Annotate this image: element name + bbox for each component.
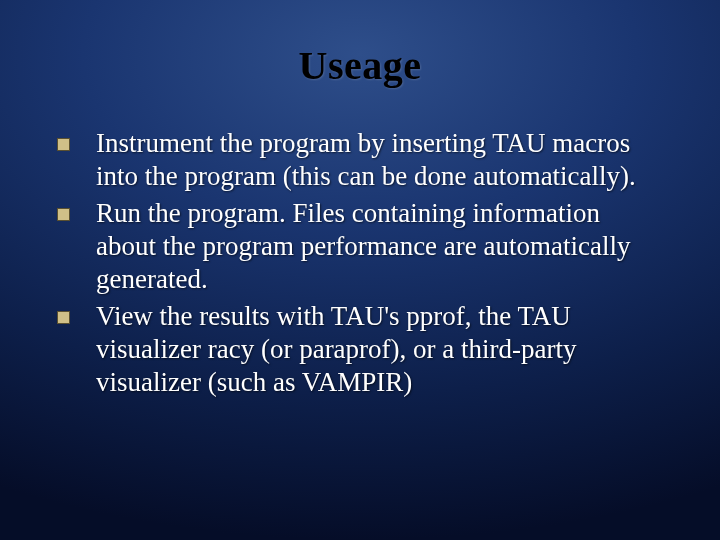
list-item: Instrument the program by inserting TAU … [55, 127, 665, 193]
list-item: Run the program. Files containing inform… [55, 197, 665, 296]
square-bullet-icon [57, 138, 70, 151]
bullet-text: Run the program. Files containing inform… [96, 197, 665, 296]
bullet-text: Instrument the program by inserting TAU … [96, 127, 665, 193]
list-item: View the results with TAU's pprof, the T… [55, 300, 665, 399]
slide: Useage Instrument the program by inserti… [0, 0, 720, 540]
bullet-text: View the results with TAU's pprof, the T… [96, 300, 665, 399]
square-bullet-icon [57, 311, 70, 324]
square-bullet-icon [57, 208, 70, 221]
slide-title: Useage [55, 42, 665, 89]
bullet-list: Instrument the program by inserting TAU … [55, 127, 665, 399]
